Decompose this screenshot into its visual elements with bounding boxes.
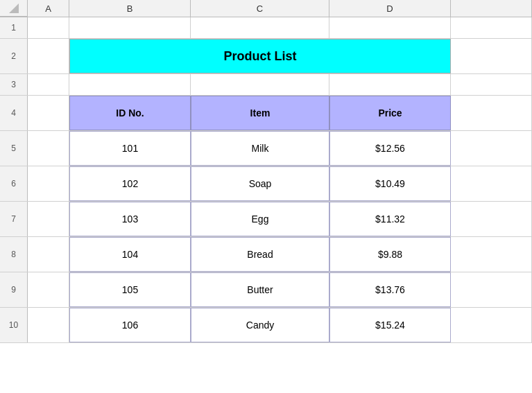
spreadsheet: A B C D 1 2 Product List 3 [0, 0, 532, 393]
grid-row-1: 1 [0, 17, 532, 39]
cell-e3[interactable] [451, 74, 532, 95]
cell-c1[interactable] [191, 17, 329, 38]
cell-a5[interactable] [28, 131, 69, 166]
grid-row-3: 3 [0, 74, 532, 96]
row-num-3: 3 [0, 74, 28, 95]
grid-row-4: 4 ID No. Item Price [0, 96, 532, 131]
cell-a1[interactable] [28, 17, 69, 38]
cell-a3[interactable] [28, 74, 69, 95]
table-header-price: Price [329, 96, 451, 130]
cell-a9[interactable] [28, 272, 69, 307]
table-cell-price-2[interactable]: $11.32 [329, 202, 451, 236]
col-header-b: B [69, 0, 191, 17]
grid-row-6: 6 102 Soap $10.49 [0, 166, 532, 202]
table-cell-item-4[interactable]: Butter [191, 272, 329, 307]
cell-e8[interactable] [451, 237, 532, 272]
cell-d3[interactable] [329, 74, 451, 95]
cell-a4[interactable] [28, 96, 69, 130]
row-num-5: 5 [0, 131, 28, 166]
cell-c3[interactable] [191, 74, 329, 95]
row-num-10: 10 [0, 308, 28, 342]
grid-body: 1 2 Product List 3 4 ID [0, 17, 532, 393]
table-cell-id-0[interactable]: 101 [69, 131, 191, 166]
table-cell-id-1[interactable]: 102 [69, 166, 191, 201]
cell-e1[interactable] [451, 17, 532, 38]
table-cell-id-5[interactable]: 106 [69, 308, 191, 342]
cell-e10[interactable] [451, 308, 532, 342]
grid-row-2: 2 Product List [0, 39, 532, 74]
col-header-e [451, 0, 532, 17]
table-cell-id-2[interactable]: 103 [69, 202, 191, 236]
row-num-9: 9 [0, 272, 28, 307]
svg-marker-0 [9, 3, 19, 13]
corner-cell [0, 0, 28, 17]
table-cell-price-1[interactable]: $10.49 [329, 166, 451, 201]
table-cell-item-5[interactable]: Candy [191, 308, 329, 342]
table-cell-price-5[interactable]: $15.24 [329, 308, 451, 342]
grid-row-7: 7 103 Egg $11.32 [0, 202, 532, 237]
col-header-d: D [329, 0, 451, 17]
row-num-4: 4 [0, 96, 28, 130]
cell-a8[interactable] [28, 237, 69, 272]
table-header-id: ID No. [69, 96, 191, 130]
table-cell-item-1[interactable]: Soap [191, 166, 329, 201]
cell-e7[interactable] [451, 202, 532, 236]
cell-a6[interactable] [28, 166, 69, 201]
col-header-c: C [191, 0, 329, 17]
table-cell-id-3[interactable]: 104 [69, 237, 191, 272]
table-cell-price-0[interactable]: $12.56 [329, 131, 451, 166]
cell-a7[interactable] [28, 202, 69, 236]
grid-row-10: 10 106 Candy $15.24 [0, 308, 532, 343]
column-headers: A B C D [0, 0, 532, 17]
cell-b1[interactable] [69, 17, 191, 38]
row-num-8: 8 [0, 237, 28, 272]
col-header-a: A [28, 0, 69, 17]
cell-e5[interactable] [451, 131, 532, 166]
table-cell-price-3[interactable]: $9.88 [329, 237, 451, 272]
cell-b3[interactable] [69, 74, 191, 95]
cell-e4[interactable] [451, 96, 532, 130]
table-cell-item-0[interactable]: Milk [191, 131, 329, 166]
row-num-6: 6 [0, 166, 28, 201]
cell-e6[interactable] [451, 166, 532, 201]
table-cell-price-4[interactable]: $13.76 [329, 272, 451, 307]
grid-row-8: 8 104 Bread $9.88 [0, 237, 532, 272]
row-num-2: 2 [0, 39, 28, 73]
table-cell-item-2[interactable]: Egg [191, 202, 329, 236]
grid-row-5: 5 101 Milk $12.56 [0, 131, 532, 166]
table-header-item: Item [191, 96, 329, 130]
row-num-1: 1 [0, 17, 28, 38]
cell-d1[interactable] [329, 17, 451, 38]
cell-a2[interactable] [28, 39, 69, 73]
product-list-title: Product List [69, 39, 451, 73]
table-cell-id-4[interactable]: 105 [69, 272, 191, 307]
cell-e2[interactable] [451, 39, 532, 73]
row-num-7: 7 [0, 202, 28, 236]
cell-e9[interactable] [451, 272, 532, 307]
cell-a10[interactable] [28, 308, 69, 342]
table-cell-item-3[interactable]: Bread [191, 237, 329, 272]
grid-row-9: 9 105 Butter $13.76 [0, 272, 532, 308]
